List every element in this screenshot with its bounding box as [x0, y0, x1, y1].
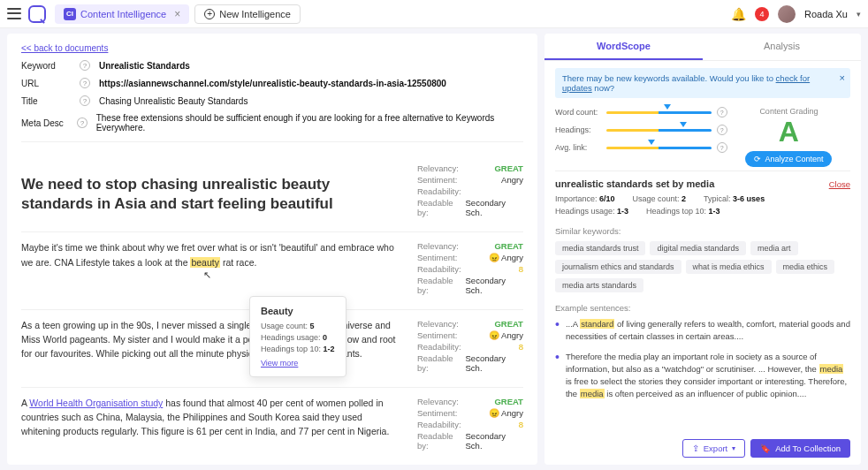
update-banner: There may be new keywords available. Wou… — [555, 68, 850, 98]
new-tab-label: New Intelligence — [219, 9, 291, 19]
refresh-icon: ⟳ — [754, 155, 761, 163]
keyword-tooltip: Beauty Usage count: 5 Headings usage: 0 … — [249, 296, 346, 377]
info-icon[interactable]: ? — [717, 107, 727, 118]
keyword-chip[interactable]: media standards trust — [555, 241, 646, 255]
headings-label: Headings: — [555, 125, 601, 134]
word-count-label: Word count: — [555, 108, 601, 117]
app-logo[interactable] — [28, 5, 46, 23]
example-sentences-label: Example sentences: — [555, 303, 850, 313]
export-button[interactable]: ⇪ Export ▾ — [682, 439, 745, 458]
word-count-slider[interactable] — [606, 111, 712, 114]
tab-wordscope[interactable]: WordScope — [544, 34, 703, 60]
tab-icon: CI — [64, 8, 76, 20]
keyword-title: unrealistic standards set by media — [555, 178, 714, 189]
paragraph: A World Health Organisation study has fo… — [21, 397, 400, 452]
cursor-icon: ↖ — [203, 269, 211, 280]
keyword-label: Keyword — [21, 61, 71, 71]
export-icon: ⇪ — [692, 443, 699, 453]
chevron-down-icon: ▾ — [732, 444, 735, 452]
title-metrics: Relevancy:GREAT Sentiment:Angry Readabil… — [417, 163, 523, 219]
grading-label: Content Grading — [727, 107, 850, 116]
close-icon[interactable]: × — [174, 8, 180, 20]
url-label: URL — [21, 79, 71, 88]
plus-icon: + — [204, 9, 215, 19]
example-sentence: Therefore the media play an important ro… — [555, 351, 850, 401]
add-to-collection-button[interactable]: 🔖 Add To Collection — [750, 439, 850, 458]
metadesc-value: These free extensions should be sufficie… — [96, 113, 523, 133]
keyword-chip[interactable]: media arts standards — [555, 278, 643, 292]
bookmark-icon: 🔖 — [760, 443, 771, 453]
keyword-chip[interactable]: what is media ethics — [686, 260, 772, 274]
tab-label: Content Intelligence — [80, 9, 166, 19]
close-icon[interactable]: × — [840, 72, 845, 83]
chevron-down-icon[interactable]: ▾ — [857, 10, 861, 19]
info-icon[interactable]: ? — [77, 118, 88, 128]
info-icon[interactable]: ? — [80, 78, 90, 88]
tooltip-title: Beauty — [261, 306, 335, 316]
keyword-chip[interactable]: digital media standards — [650, 241, 746, 255]
menu-icon[interactable] — [7, 7, 21, 21]
back-to-documents-link[interactable]: << back to documents — [21, 43, 108, 53]
keyword-value: Unrealistic Standards — [99, 61, 190, 71]
info-icon[interactable]: ? — [80, 95, 90, 106]
similar-keywords-label: Similar keywords: — [555, 226, 850, 236]
view-more-link[interactable]: View more — [261, 359, 335, 368]
article-title: We need to stop chasing unrealistic beau… — [21, 175, 375, 214]
title-label: Title — [21, 96, 71, 106]
new-intelligence-button[interactable]: + New Intelligence — [194, 4, 301, 24]
tab-content-intelligence[interactable]: CI Content Intelligence × — [55, 4, 189, 24]
who-study-link[interactable]: World Health Organisation study — [29, 398, 163, 408]
info-icon[interactable]: ? — [80, 60, 90, 71]
paragraph: Maybe it's time we think about why we fr… — [21, 241, 400, 297]
grade-letter: A — [727, 118, 850, 146]
paragraph-metrics: Relevancy:GREAT Sentiment:😠Angry Readabi… — [417, 241, 523, 297]
keyword-chip[interactable]: media art — [750, 241, 798, 255]
metadesc-label: Meta Desc — [21, 118, 68, 128]
analyze-content-button[interactable]: ⟳Analyze Content — [745, 151, 832, 167]
close-link[interactable]: Close — [829, 179, 850, 189]
info-icon[interactable]: ? — [717, 142, 727, 153]
keyword-chip[interactable]: journalism ethics and standards — [555, 260, 681, 274]
keyword-chip[interactable]: media ethics — [776, 260, 835, 274]
paragraph-metrics: Relevancy:GREAT Sentiment:😠Angry Readabi… — [417, 319, 523, 375]
title-value: Chasing Unrealistic Beauty Standards — [99, 96, 247, 106]
username: Roada Xu — [804, 9, 848, 19]
example-sentence: ...A standard of living generally refers… — [555, 318, 850, 344]
notification-badge[interactable]: 4 — [755, 7, 769, 21]
highlight-beauty[interactable]: beauty — [190, 257, 220, 268]
bell-icon[interactable]: 🔔 — [731, 7, 746, 21]
avatar[interactable] — [778, 5, 796, 23]
headings-slider[interactable] — [606, 129, 712, 132]
avglink-label: Avg. link: — [555, 143, 601, 152]
avglink-slider[interactable] — [606, 147, 712, 149]
tab-analysis[interactable]: Analysis — [703, 34, 861, 60]
info-icon[interactable]: ? — [717, 125, 727, 135]
paragraph-metrics: Relevancy:GREAT Sentiment:😠Angry Readabi… — [417, 397, 523, 452]
url-value: https://asiannewschannel.com/style/unrea… — [99, 79, 446, 88]
